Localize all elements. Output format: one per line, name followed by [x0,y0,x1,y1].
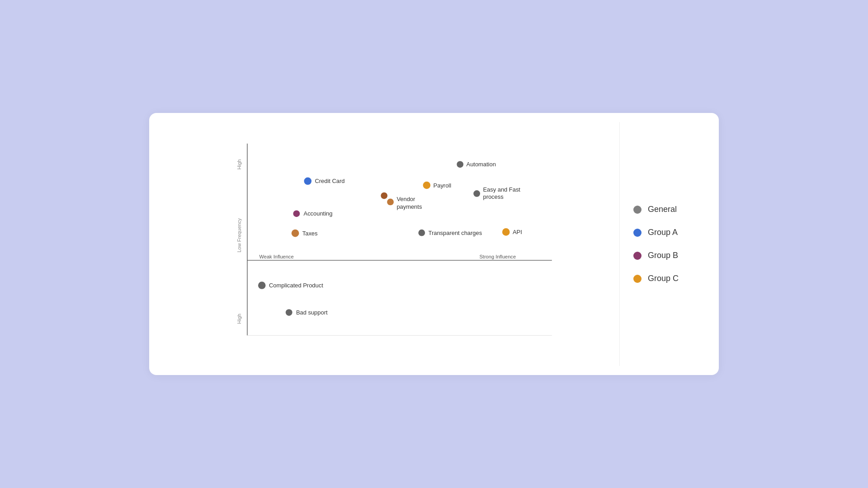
label-bad-support: Bad support [296,309,328,316]
legend-dot-general [633,206,642,214]
point-vendor-payments-1[interactable] [381,192,387,199]
point-automation[interactable] [457,161,463,168]
legend-item-group-c: Group C [633,274,705,283]
legend-dot-group-a [633,229,642,237]
label-vendor-payments-2: payments [396,203,422,210]
legend-label-group-a: Group A [648,228,678,237]
chart-area: High Low Frequency High Weak Influence S… [149,122,619,366]
label-taxes: Taxes [302,230,318,237]
legend-label-general: General [648,205,677,214]
point-payroll[interactable] [423,182,431,189]
x-axis-strong-label: Strong Influence [479,254,516,259]
main-card: High Low Frequency High Weak Influence S… [149,113,719,375]
legend-item-group-a: Group A [633,228,705,237]
label-accounting: Accounting [304,210,333,217]
point-bad-support[interactable] [286,309,292,316]
label-complicated-product: Complicated Product [269,282,323,289]
y-axis-high-top: High [236,159,242,169]
legend-dot-group-c [633,275,642,283]
label-easy-fast: Easy and Fast [483,186,520,193]
point-taxes[interactable] [292,230,299,237]
point-credit-card[interactable] [304,177,311,185]
legend-dot-group-b [633,252,642,260]
legend-item-general: General [633,205,705,214]
x-axis-weak-label: Weak Influence [259,254,294,259]
label-automation: Automation [467,161,496,168]
legend-label-group-c: Group C [648,274,679,283]
label-credit-card: Credit Card [315,178,344,184]
y-axis-high-bottom: High [236,314,242,324]
point-vendor-payments-2[interactable] [387,199,394,206]
legend-item-group-b: Group B [633,251,705,260]
label-vendor-payments: Vendor [396,196,415,202]
label-api: API [513,229,522,235]
point-easy-fast[interactable] [473,190,480,197]
y-axis-low-freq: Low Frequency [236,218,242,252]
scatter-chart: High Low Frequency High Weak Influence S… [176,131,610,348]
legend-area: General Group A Group B Group C [619,122,719,366]
point-accounting[interactable] [293,210,300,217]
legend-label-group-b: Group B [648,251,678,260]
point-api[interactable] [502,228,510,236]
point-transparent-charges[interactable] [418,230,425,236]
point-complicated-product[interactable] [258,282,266,289]
label-payroll: Payroll [434,182,451,189]
label-transparent-charges: Transparent charges [429,230,482,236]
label-easy-fast-2: process [483,193,503,200]
